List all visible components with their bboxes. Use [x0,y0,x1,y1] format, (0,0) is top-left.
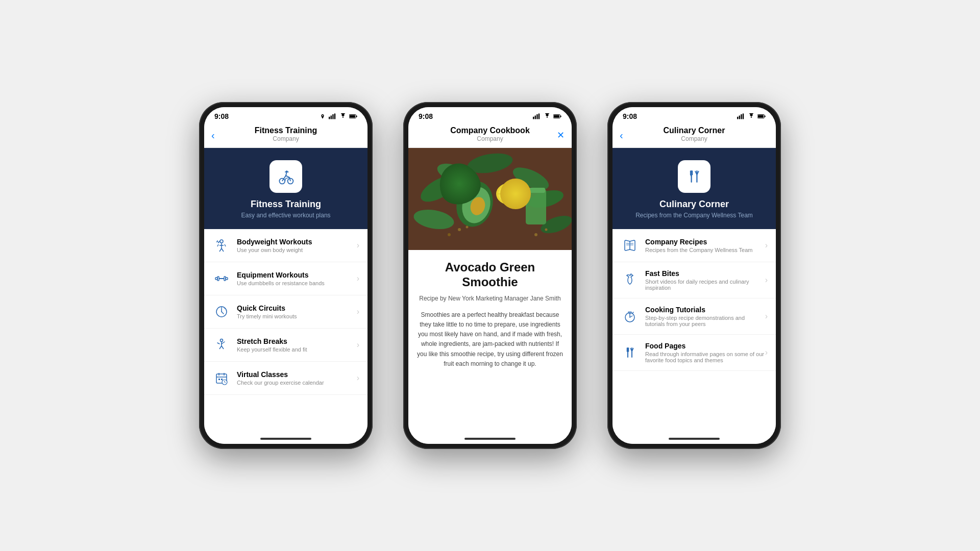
hero-icon-box-3 [678,160,710,193]
home-indicator-2 [408,434,572,444]
recipe-author: Recipe by New York Marketing Manager Jan… [416,295,564,302]
close-button-2[interactable]: ✕ [557,130,565,141]
hero-section-3: Culinary Corner Recipes from the Company… [612,148,776,229]
svg-rect-55 [527,188,545,193]
svg-point-50 [496,183,525,205]
menu-item-circuits[interactable]: Quick Circuits Try timely mini workouts … [204,295,368,329]
svg-rect-3 [334,113,335,119]
foodpages-text: Food Pages Read through informative page… [645,342,765,363]
svg-rect-66 [765,115,766,117]
svg-line-18 [222,312,224,314]
svg-rect-36 [560,115,561,117]
menu-item-virtual[interactable]: Virtual Classes Check our group exercise… [204,362,368,395]
virtual-text: Virtual Classes Check our group exercise… [237,370,357,386]
equipment-icon-svg [214,271,229,286]
status-bar-3: 9:08 [612,107,776,122]
stretch-chevron: › [357,340,359,349]
bodyweight-icon-svg [214,238,229,253]
phone-fitness: 9:08 [199,102,373,449]
menu-item-bodyweight[interactable]: Bodyweight Workouts Use your own body we… [204,229,368,262]
svg-rect-1 [331,115,332,119]
equipment-title: Equipment Workouts [237,271,357,279]
fastbites-icon-svg [623,273,637,287]
menu-item-stretch[interactable]: Stretch Breaks Keep yourself flexible an… [204,329,368,362]
wifi-icon-2 [543,113,551,119]
svg-rect-0 [329,117,330,119]
tutorials-title: Cooking Tutorials [645,306,765,314]
svg-rect-37 [554,115,559,117]
back-button-3[interactable]: ‹ [620,129,623,141]
bodyweight-title: Bodyweight Workouts [237,238,357,246]
wifi-icon-1 [339,113,347,119]
menu-item-foodpages[interactable]: Food Pages Read through informative page… [612,335,776,371]
home-indicator-1 [204,434,368,444]
foodpages-title: Food Pages [645,342,765,350]
svg-rect-2 [332,114,333,119]
tutorials-chevron: › [765,312,768,321]
svg-rect-27 [221,379,223,380]
time-2: 9:08 [419,112,433,120]
recipe-body: Smoothies are a perfect healthy breakfas… [416,310,564,369]
battery-icon-1 [349,113,357,119]
hero-section-1: Fitness Training Easy and effective work… [204,148,368,229]
recipe-hero-image [408,148,572,250]
menu-item-tutorials[interactable]: Cooking Tutorials Step-by-step recipe de… [612,298,776,335]
virtual-desc: Check our group exercise calendar [237,380,357,386]
equipment-chevron: › [357,274,359,283]
bodyweight-text: Bodyweight Workouts Use your own body we… [237,238,357,253]
svg-rect-14 [224,277,226,281]
header-subtitle-2: Company [429,135,551,142]
menu-item-equipment[interactable]: Equipment Workouts Use dumbbells or resi… [204,262,368,295]
status-icons-1 [318,113,357,119]
tutorials-text: Cooking Tutorials Step-by-step recipe de… [645,306,765,327]
svg-rect-5 [356,115,357,117]
foodpages-desc: Read through informative pages on some o… [645,351,765,363]
menu-list-1: Bodyweight Workouts Use your own body we… [204,229,368,434]
battery-icon-3 [757,113,766,119]
svg-rect-31 [533,117,534,119]
tutorials-desc: Step-by-step recipe demonstrations and t… [645,315,765,327]
header-subtitle-1: Company [225,135,347,142]
fastbites-text: Fast Bites Short videos for daily recipe… [645,269,765,291]
svg-point-59 [534,233,537,236]
equipment-text: Equipment Workouts Use dumbbells or resi… [237,271,357,286]
culinary-hero-icon [685,167,703,186]
location-icon-1 [318,113,327,119]
stretch-icon [212,336,231,354]
virtual-icon [212,369,231,387]
svg-rect-61 [737,117,738,119]
menu-item-recipes[interactable]: Company Recipes Recipes from the Company… [612,229,776,262]
svg-point-60 [545,229,548,231]
phone-culinary: 9:08 [607,102,781,449]
menu-list-3: Company Recipes Recipes from the Company… [612,229,776,434]
home-bar-3 [669,438,720,440]
foodpages-icon-svg [623,345,637,360]
virtual-chevron: › [357,373,359,383]
header-title-2: Company Cookbook [429,126,551,135]
back-button-1[interactable]: ‹ [211,129,215,141]
app-header-3: ‹ Culinary Corner Company [612,122,776,148]
svg-point-56 [458,228,461,231]
status-icons-3 [737,113,766,119]
header-title-1: Fitness Training [225,126,347,135]
svg-rect-64 [743,113,744,119]
recipes-icon-svg [623,238,637,253]
recipes-title: Company Recipes [645,238,765,246]
foodpages-icon [621,343,639,362]
hero-icon-box-1 [270,160,302,193]
svg-point-21 [220,339,223,342]
wifi-icon-3 [747,113,755,119]
menu-item-fastbites[interactable]: Fast Bites Short videos for daily recipe… [612,262,776,298]
svg-rect-54 [526,189,546,224]
circuits-text: Quick Circuits Try timely mini workouts [237,304,357,319]
time-3: 9:08 [623,112,637,120]
recipe-title: Avocado Green Smoothie [416,260,564,290]
foodpages-chevron: › [765,348,768,357]
app-header-1: ‹ Fitness Training Company [204,122,368,148]
equipment-desc: Use dumbbells or resistance bands [237,280,357,286]
fastbites-desc: Short videos for daily recipes and culin… [645,279,765,291]
home-bar-2 [464,438,516,440]
status-icons-2 [533,113,561,119]
fastbites-title: Fast Bites [645,269,765,278]
svg-point-58 [448,233,451,236]
